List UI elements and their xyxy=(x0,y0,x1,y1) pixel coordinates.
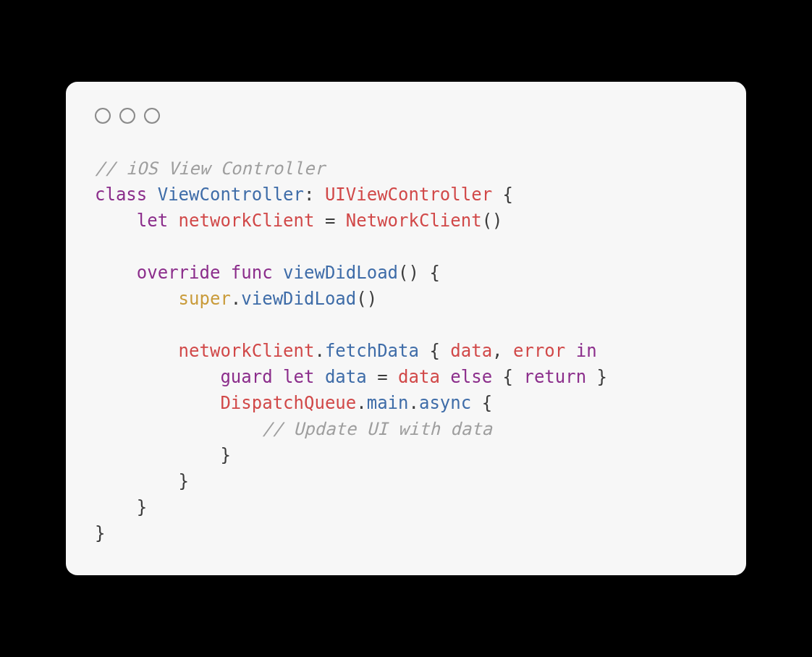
code-token: error xyxy=(513,341,565,361)
code-token: () xyxy=(482,211,503,231)
window-maximize-icon[interactable] xyxy=(144,108,160,124)
code-token: // Update UI with data xyxy=(262,419,492,439)
code-token xyxy=(273,263,283,283)
traffic-lights xyxy=(95,108,717,124)
code-token xyxy=(565,341,575,361)
code-token: NetworkClient xyxy=(346,211,482,231)
code-token: data xyxy=(450,341,492,361)
window-minimize-icon[interactable] xyxy=(119,108,135,124)
code-token xyxy=(220,263,230,283)
code-token xyxy=(95,497,137,517)
code-token: main xyxy=(367,393,409,413)
code-token xyxy=(95,393,220,413)
code-token: data xyxy=(325,367,367,387)
code-token: fetchData xyxy=(325,341,419,361)
code-token xyxy=(95,471,179,491)
code-token xyxy=(95,211,137,231)
code-token: , xyxy=(492,341,513,361)
code-token: UIViewController xyxy=(325,185,492,205)
code-token xyxy=(95,445,220,465)
code-token: { xyxy=(419,341,450,361)
code-token xyxy=(95,289,179,309)
code-token: . xyxy=(314,341,324,361)
code-token: data xyxy=(398,367,440,387)
code-token: viewDidLoad xyxy=(283,263,398,283)
code-token xyxy=(95,341,179,361)
code-token: in xyxy=(576,341,597,361)
code-token: viewDidLoad xyxy=(241,289,356,309)
code-token: else xyxy=(450,367,492,387)
code-token xyxy=(95,367,220,387)
code-token xyxy=(95,419,262,439)
code-token: } xyxy=(179,471,189,491)
code-token: = xyxy=(314,211,345,231)
window-close-icon[interactable] xyxy=(95,108,111,124)
code-token xyxy=(168,211,178,231)
code-token: { xyxy=(492,185,513,205)
code-token: guard xyxy=(220,367,272,387)
code-token: } xyxy=(95,523,105,543)
code-token xyxy=(440,367,450,387)
code-token: // iOS View Controller xyxy=(95,158,325,179)
code-token: . xyxy=(356,393,366,413)
code-token: func xyxy=(231,263,273,283)
code-token: } xyxy=(220,445,230,465)
code-token: { xyxy=(492,367,523,387)
code-token: DispatchQueue xyxy=(220,393,356,413)
code-token: . xyxy=(231,289,241,309)
code-token: } xyxy=(586,367,607,387)
code-window: // iOS View Controller class ViewControl… xyxy=(66,82,746,575)
code-token: = xyxy=(367,367,398,387)
code-token: let xyxy=(137,211,168,231)
code-token: super xyxy=(179,289,231,309)
code-token: { xyxy=(471,393,492,413)
code-token: networkClient xyxy=(179,341,315,361)
code-token: override xyxy=(137,263,221,283)
code-token xyxy=(273,367,283,387)
code-token xyxy=(314,367,324,387)
code-token: } xyxy=(137,497,147,517)
code-token: : xyxy=(304,185,325,205)
code-token: () xyxy=(356,289,377,309)
code-token: ViewController xyxy=(158,185,304,205)
code-token: async xyxy=(419,393,471,413)
code-token: class xyxy=(95,185,147,205)
code-token: let xyxy=(283,367,314,387)
code-token: return xyxy=(523,367,586,387)
code-token xyxy=(147,185,157,205)
code-token: networkClient xyxy=(179,211,315,231)
code-block: // iOS View Controller class ViewControl… xyxy=(95,156,717,546)
code-token: () { xyxy=(398,263,440,283)
code-token: . xyxy=(408,393,418,413)
code-token xyxy=(95,263,137,283)
